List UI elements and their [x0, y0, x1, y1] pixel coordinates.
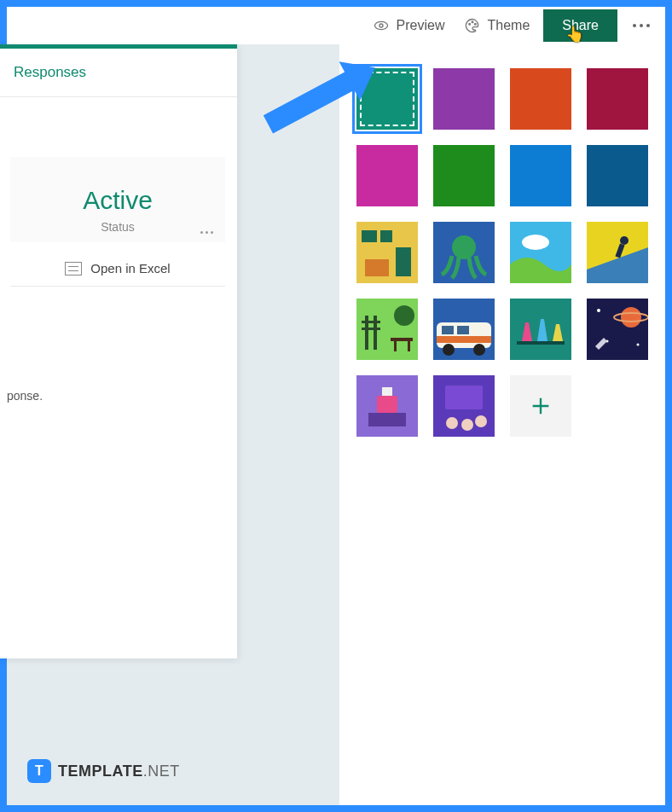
theme-button[interactable]: Theme	[459, 12, 536, 39]
svg-rect-23	[394, 341, 397, 351]
theme-panel	[339, 44, 665, 805]
theme-swatch-green[interactable]	[433, 145, 495, 206]
svg-point-15	[620, 236, 629, 245]
theme-image-octopus[interactable]	[433, 222, 495, 283]
plus-icon	[529, 394, 553, 418]
theme-image-snowboard[interactable]	[587, 222, 648, 283]
theme-swatch-blue[interactable]	[510, 145, 571, 206]
svg-point-1	[379, 24, 383, 27]
svg-rect-46	[445, 386, 483, 409]
theme-image-sky[interactable]	[510, 222, 571, 283]
svg-rect-43	[377, 396, 397, 413]
theme-swatch-navy[interactable]	[587, 145, 648, 206]
theme-label: Theme	[488, 18, 530, 33]
theme-swatch-magenta[interactable]	[356, 145, 418, 206]
top-toolbar: Preview Theme Share 👆	[7, 7, 665, 44]
theme-image-space[interactable]	[587, 299, 648, 360]
theme-image-lab[interactable]	[510, 299, 571, 360]
svg-point-13	[522, 235, 549, 250]
more-button[interactable]	[626, 24, 657, 27]
svg-rect-28	[437, 336, 491, 343]
svg-point-40	[637, 344, 640, 346]
share-button[interactable]: Share 👆	[543, 9, 617, 42]
watermark: T TEMPLATE.NET	[27, 759, 180, 783]
svg-rect-29	[442, 326, 454, 334]
svg-point-32	[473, 344, 485, 356]
svg-rect-22	[391, 338, 413, 341]
theme-swatch-orange[interactable]	[510, 68, 571, 130]
svg-rect-35	[587, 299, 648, 360]
responses-tab[interactable]: Responses	[0, 49, 237, 97]
svg-rect-20	[362, 321, 380, 323]
svg-point-25	[394, 305, 414, 326]
svg-rect-24	[408, 341, 410, 351]
theme-image-van[interactable]	[433, 299, 495, 360]
svg-rect-44	[382, 387, 392, 396]
excel-icon	[65, 262, 82, 276]
watermark-text: TEMPLATE.NET	[58, 763, 180, 780]
svg-rect-9	[396, 247, 411, 276]
status-value: Active	[19, 186, 217, 215]
theme-image-desk[interactable]	[356, 375, 418, 437]
svg-point-2	[468, 24, 470, 26]
svg-rect-8	[365, 259, 389, 276]
add-theme-button[interactable]	[510, 375, 571, 437]
theme-grid	[356, 68, 648, 437]
theme-image-classroom[interactable]	[433, 375, 495, 437]
svg-rect-34	[517, 341, 565, 345]
svg-point-31	[443, 344, 455, 356]
open-excel-label: Open in Excel	[90, 261, 170, 276]
theme-image-room[interactable]	[356, 222, 418, 283]
theme-image-park[interactable]	[356, 299, 418, 360]
svg-point-49	[475, 415, 487, 427]
svg-rect-30	[457, 326, 469, 334]
svg-rect-6	[362, 230, 377, 242]
svg-point-11	[452, 235, 476, 259]
svg-rect-21	[362, 328, 380, 330]
cursor-icon: 👆	[565, 25, 584, 44]
svg-point-36	[621, 307, 641, 328]
truncated-text: ponse.	[0, 287, 237, 403]
theme-icon	[464, 17, 481, 34]
svg-rect-7	[380, 230, 392, 242]
preview-icon	[373, 17, 390, 34]
svg-point-0	[374, 21, 387, 29]
watermark-badge: T	[27, 759, 51, 783]
svg-point-4	[474, 24, 476, 26]
status-label: Status	[19, 220, 217, 234]
card-more-button[interactable]	[200, 231, 213, 234]
svg-point-3	[472, 21, 473, 23]
svg-point-48	[461, 419, 473, 431]
theme-swatch-purple[interactable]	[433, 68, 495, 130]
app-frame: Preview Theme Share 👆 Responses Active S…	[7, 7, 665, 805]
status-card: Active Status	[10, 157, 225, 242]
responses-panel: Responses Active Status Open in Excel po…	[0, 44, 237, 658]
preview-button[interactable]: Preview	[368, 12, 450, 39]
svg-rect-42	[368, 413, 406, 426]
svg-point-47	[446, 417, 458, 429]
open-in-excel-button[interactable]: Open in Excel	[10, 242, 225, 287]
preview-label: Preview	[397, 18, 445, 33]
theme-swatch-crimson[interactable]	[587, 68, 648, 130]
svg-point-38	[597, 309, 600, 312]
